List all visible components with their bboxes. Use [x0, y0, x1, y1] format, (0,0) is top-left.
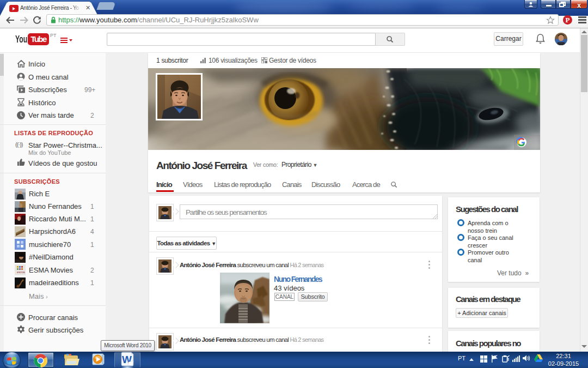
- svg-text:esma: esma: [17, 270, 25, 274]
